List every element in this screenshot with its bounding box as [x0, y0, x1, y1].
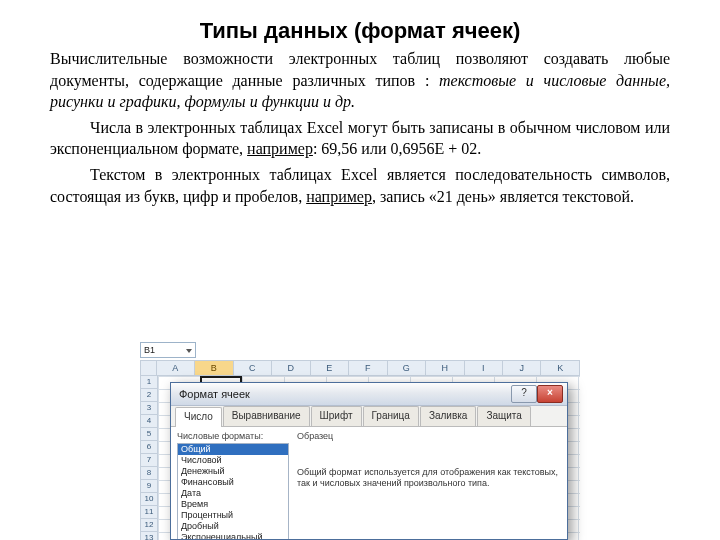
- row-header-11[interactable]: 11: [140, 506, 158, 519]
- tab-1[interactable]: Выравнивание: [223, 406, 310, 426]
- row-header-6[interactable]: 6: [140, 441, 158, 454]
- column-headers: ABCDEFGHIJK: [140, 360, 580, 376]
- excel-screenshot: B1 ABCDEFGHIJK 1234567891011121314 Форма…: [140, 342, 580, 540]
- format-option-2[interactable]: Денежный: [178, 466, 288, 477]
- paragraph-numbers: Числа в электронных таблицах Excel могут…: [50, 117, 670, 160]
- formats-label: Числовые форматы:: [177, 431, 289, 441]
- column-header-I[interactable]: I: [465, 360, 503, 376]
- format-option-6[interactable]: Процентный: [178, 510, 288, 521]
- format-option-7[interactable]: Дробный: [178, 521, 288, 532]
- tab-5[interactable]: Защита: [477, 406, 530, 426]
- dialog-tabs: ЧислоВыравниваниеШрифтГраницаЗаливкаЗащи…: [171, 406, 567, 427]
- row-header-1[interactable]: 1: [140, 376, 158, 389]
- dialog-title: Формат ячеек: [179, 388, 250, 400]
- column-header-B[interactable]: B: [195, 360, 233, 376]
- format-option-5[interactable]: Время: [178, 499, 288, 510]
- numbers-example-word: например: [247, 140, 313, 157]
- formats-list[interactable]: ОбщийЧисловойДенежныйФинансовыйДатаВремя…: [177, 443, 289, 540]
- tab-0[interactable]: Число: [175, 407, 222, 427]
- formats-column: Числовые форматы: ОбщийЧисловойДенежныйФ…: [171, 427, 289, 540]
- column-header-H[interactable]: H: [426, 360, 464, 376]
- text-text-b: , запись «21 день» является текстовой.: [372, 188, 634, 205]
- sample-label: Образец: [297, 431, 559, 441]
- dialog-body: Числовые форматы: ОбщийЧисловойДенежныйФ…: [171, 427, 567, 540]
- row-header-13[interactable]: 13: [140, 532, 158, 540]
- format-option-3[interactable]: Финансовый: [178, 477, 288, 488]
- name-box[interactable]: B1: [140, 342, 196, 358]
- row-header-4[interactable]: 4: [140, 415, 158, 428]
- sample-column: Образец Общий формат используется для от…: [289, 427, 567, 540]
- tab-4[interactable]: Заливка: [420, 406, 477, 426]
- paragraph-intro: Вычислительные возможности электронных т…: [50, 48, 670, 113]
- column-header-D[interactable]: D: [272, 360, 310, 376]
- format-option-4[interactable]: Дата: [178, 488, 288, 499]
- numbers-text-b: : 69,56 или 0,6956Е + 02.: [313, 140, 481, 157]
- row-header-12[interactable]: 12: [140, 519, 158, 532]
- column-header-E[interactable]: E: [311, 360, 349, 376]
- excel-grid: B1 ABCDEFGHIJK 1234567891011121314 Форма…: [140, 342, 580, 540]
- text-example-word: например: [306, 188, 372, 205]
- column-header-F[interactable]: F: [349, 360, 387, 376]
- format-option-1[interactable]: Числовой: [178, 455, 288, 466]
- row-header-8[interactable]: 8: [140, 467, 158, 480]
- format-description: Общий формат используется для отображени…: [297, 467, 559, 490]
- column-header-K[interactable]: K: [541, 360, 579, 376]
- select-all-corner[interactable]: [140, 360, 157, 376]
- row-header-9[interactable]: 9: [140, 480, 158, 493]
- tab-3[interactable]: Граница: [363, 406, 419, 426]
- row-header-3[interactable]: 3: [140, 402, 158, 415]
- close-button[interactable]: ×: [537, 385, 563, 403]
- tab-2[interactable]: Шрифт: [311, 406, 362, 426]
- row-header-10[interactable]: 10: [140, 493, 158, 506]
- column-header-J[interactable]: J: [503, 360, 541, 376]
- row-header-2[interactable]: 2: [140, 389, 158, 402]
- format-option-0[interactable]: Общий: [178, 444, 288, 455]
- format-cells-dialog: Формат ячеек ? × ЧислоВыравниваниеШрифтГ…: [170, 382, 568, 540]
- column-header-G[interactable]: G: [388, 360, 426, 376]
- column-header-C[interactable]: C: [234, 360, 272, 376]
- paragraph-text: Текстом в электронных таблицах Excel явл…: [50, 164, 670, 207]
- dialog-titlebar: Формат ячеек ? ×: [171, 383, 567, 406]
- row-headers: 1234567891011121314: [140, 376, 158, 540]
- column-header-A[interactable]: A: [157, 360, 195, 376]
- help-button[interactable]: ?: [511, 385, 537, 403]
- format-option-8[interactable]: Экспоненциальный: [178, 532, 288, 540]
- page-title: Типы данных (формат ячеек): [50, 18, 670, 44]
- row-header-5[interactable]: 5: [140, 428, 158, 441]
- row-header-7[interactable]: 7: [140, 454, 158, 467]
